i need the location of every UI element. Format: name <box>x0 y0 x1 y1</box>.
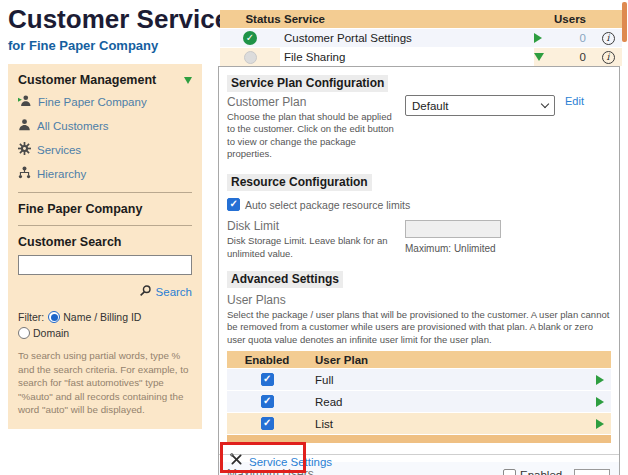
sidebar-nav: Fine Paper Company All Customers Service… <box>18 93 192 183</box>
disk-limit-input[interactable] <box>405 220 501 238</box>
status-disabled-icon <box>244 51 257 64</box>
sidebar: Customer Management Fine Paper Company A… <box>8 64 202 429</box>
edit-plan-link[interactable]: Edit <box>565 95 584 107</box>
plan-name: Full <box>307 374 589 386</box>
service-settings-label: Service Settings <box>249 456 332 468</box>
section-advanced-settings: Advanced Settings <box>227 271 343 288</box>
plan-row-full: Full <box>227 369 611 391</box>
service-config-panel: Service Plan Configuration Customer Plan… <box>218 66 620 475</box>
divider <box>18 225 192 226</box>
maximum-users-enabled-label: Enabled <box>520 469 562 475</box>
disk-limit-maximum: Maximum: Unlimited <box>405 243 501 254</box>
radio-selected-icon <box>48 311 60 323</box>
plan-name: List <box>307 418 589 430</box>
customer-plan-desc: Choose the plan that should be applied t… <box>227 111 401 160</box>
plan-row-list: List <box>227 413 611 435</box>
plan-enabled-checkbox[interactable] <box>261 373 274 386</box>
sidebar-item-label: All Customers <box>37 120 109 132</box>
info-icon[interactable] <box>602 32 615 45</box>
service-name: Customer Portal Settings <box>280 29 534 47</box>
section-service-plan-config: Service Plan Configuration <box>227 75 388 92</box>
vertical-scrollbar-thumb[interactable] <box>622 2 627 42</box>
filter-label: Filter: <box>18 311 44 323</box>
col-user-plan: User Plan <box>307 354 589 366</box>
user-plans-table: Enabled User Plan Full Read List <box>227 351 611 443</box>
tools-icon <box>229 452 244 471</box>
customer-plan-value: Default <box>412 100 448 112</box>
user-plans-label: User Plans <box>227 293 611 307</box>
services-table: Status Service Users Customer Portal Set… <box>220 10 622 67</box>
sidebar-item-hierarchy[interactable]: Hierarchy <box>18 165 192 183</box>
search-icon <box>139 283 152 301</box>
table-footer-bar <box>227 435 611 443</box>
sidebar-item-label: Hierarchy <box>37 168 86 180</box>
company-section-header: Fine Paper Company <box>18 202 192 216</box>
page-subtitle: for Fine Paper Company <box>8 38 158 53</box>
disk-limit-label: Disk Limit <box>227 219 401 233</box>
customer-management-title: Customer Management <box>18 73 156 87</box>
col-users: Users <box>560 10 594 28</box>
users-count: 0 <box>560 48 594 66</box>
filter-radio-domain[interactable]: Domain <box>18 327 69 339</box>
sidebar-item-services[interactable]: Services <box>18 141 192 159</box>
divider <box>18 192 192 193</box>
person-arrow-icon <box>18 93 32 111</box>
auto-select-label: Auto select package resource limits <box>245 199 410 211</box>
section-resource-config: Resource Configuration <box>227 174 372 191</box>
collapse-triangle-icon[interactable] <box>184 77 192 84</box>
collapse-arrow-icon[interactable] <box>534 53 544 61</box>
users-count[interactable]: 0 <box>560 29 594 47</box>
search-help-text: To search using partial words, type % an… <box>18 349 192 417</box>
customer-plan-select[interactable]: Default <box>405 95 555 116</box>
services-table-header: Status Service Users <box>220 10 622 29</box>
table-row-customer-portal: Customer Portal Settings 0 <box>220 29 622 48</box>
user-plans-desc: Select the package / user plans that wil… <box>227 309 611 346</box>
expand-arrow-icon[interactable] <box>534 33 542 43</box>
hierarchy-icon <box>18 165 31 183</box>
customer-search-title: Customer Search <box>18 235 192 249</box>
auto-select-checkbox[interactable] <box>227 198 240 211</box>
expand-arrow-icon[interactable] <box>596 419 604 429</box>
customer-plan-label: Customer Plan <box>227 95 401 109</box>
service-name: File Sharing <box>280 48 534 66</box>
search-button[interactable]: Search <box>18 283 192 301</box>
sidebar-item-fine-paper-company[interactable]: Fine Paper Company <box>18 93 192 111</box>
plan-enabled-checkbox[interactable] <box>261 395 274 408</box>
info-icon[interactable] <box>602 51 615 64</box>
col-enabled: Enabled <box>227 354 307 366</box>
user-plans-header: Enabled User Plan <box>227 351 611 369</box>
filter-option-label: Name / Billing ID <box>63 311 141 323</box>
filter-option-label: Domain <box>33 327 69 339</box>
status-enabled-icon <box>243 31 257 45</box>
col-status: Status <box>220 10 280 28</box>
expand-arrow-icon[interactable] <box>596 375 604 385</box>
table-row-file-sharing: File Sharing 0 <box>220 48 622 67</box>
col-service: Service <box>280 10 534 28</box>
page-title: Customer Services <box>8 4 244 35</box>
maximum-users-enabled-checkbox[interactable] <box>503 469 516 475</box>
expand-arrow-icon[interactable] <box>596 397 604 407</box>
plan-row-read: Read <box>227 391 611 413</box>
disk-limit-desc: Disk Storage Limit. Leave blank for an u… <box>227 235 401 260</box>
plan-name: Read <box>307 396 589 408</box>
gear-icon <box>18 141 31 159</box>
search-button-label: Search <box>156 286 192 298</box>
sidebar-item-label: Fine Paper Company <box>38 96 147 108</box>
customer-search-input[interactable] <box>18 255 192 275</box>
maximum-users-input[interactable] <box>574 469 610 475</box>
service-settings-link[interactable]: Service Settings <box>229 452 332 471</box>
filter-radio-name-billing[interactable]: Name / Billing ID <box>48 311 141 323</box>
sidebar-item-label: Services <box>37 144 81 156</box>
plan-enabled-checkbox[interactable] <box>261 417 274 430</box>
radio-unselected-icon <box>18 327 30 339</box>
person-icon <box>18 117 31 135</box>
chevron-down-icon <box>541 100 549 108</box>
sidebar-item-all-customers[interactable]: All Customers <box>18 117 192 135</box>
